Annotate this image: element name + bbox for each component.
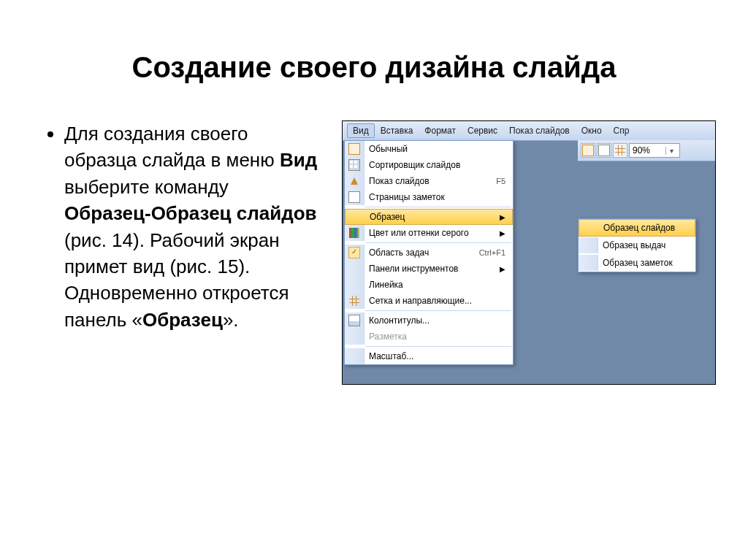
chevron-down-icon[interactable]: ▾	[665, 147, 676, 155]
dd-label: Линейка	[369, 280, 403, 290]
chevron-right-icon: ▶	[500, 229, 505, 237]
dd-zoom[interactable]: Масштаб...	[345, 348, 513, 364]
dd-notes-pages[interactable]: Страницы заметок	[345, 189, 513, 205]
separator	[365, 346, 511, 347]
separator	[365, 310, 511, 311]
dd-color-grayscale[interactable]: Цвет или оттенки серого ▶	[345, 225, 513, 241]
screenshot-powerpoint: Вид Вставка Формат Сервис Показ слайдов …	[342, 120, 716, 385]
dd-label: Колонтитулы...	[369, 315, 430, 326]
bullet-text: ».	[223, 309, 239, 331]
check-icon: ✓	[345, 245, 365, 261]
toolbar-btn-shade-icon[interactable]	[597, 143, 611, 158]
dd-label: Разметка	[369, 331, 407, 342]
slide: Создание своего дизайна слайда Для созда…	[0, 0, 748, 560]
dd-grid-guides[interactable]: Сетка и направляющие...	[345, 293, 513, 309]
bullet-text: Для создания своего образца слайда в мен…	[64, 123, 280, 171]
menu-spravka[interactable]: Спр	[608, 123, 636, 138]
submenu-obrazets: Образец слайдов Образец выдач Образец за…	[578, 218, 696, 272]
bullet-bold-panel: Образец	[142, 309, 223, 331]
dd-label: Сортировщик слайдов	[369, 160, 460, 170]
blank-icon	[579, 255, 598, 271]
dd-headers-footers[interactable]: Колонтитулы...	[345, 312, 513, 329]
blank-icon	[346, 209, 365, 225]
blank-icon	[345, 348, 365, 364]
slideshow-icon	[345, 173, 365, 189]
bullet-item: Для создания своего образца слайда в мен…	[64, 120, 320, 333]
header-footer-icon	[345, 312, 365, 329]
grid-icon	[345, 293, 365, 309]
dd-label: Масштаб...	[369, 351, 413, 361]
dd-shortcut: Ctrl+F1	[479, 248, 505, 257]
dd-label: Цвет или оттенки серого	[369, 228, 469, 238]
chevron-right-icon: ▶	[500, 265, 505, 273]
toolbar-btn-color-icon[interactable]	[581, 143, 595, 158]
dropdown-vid: Обычный Сортировщик слайдов Показ слайдо…	[344, 140, 514, 365]
bullet-bold-vid: Вид	[280, 149, 317, 171]
blank-icon	[579, 220, 599, 236]
bullet-bold-obrazets: Образец-Образец слайдов	[64, 202, 317, 224]
zoom-combo[interactable]: 90% ▾	[629, 143, 680, 158]
menu-vid[interactable]: Вид	[347, 123, 375, 138]
dd-shortcut: F5	[496, 177, 505, 185]
zoom-value: 90%	[633, 145, 650, 156]
notes-icon	[345, 189, 365, 205]
slide-title: Создание своего дизайна слайда	[44, 51, 704, 84]
dd-obrazets[interactable]: Образец ▶	[345, 209, 513, 225]
menubar: Вид Вставка Формат Сервис Показ слайдов …	[343, 121, 715, 141]
dd-ruler[interactable]: Линейка	[345, 277, 513, 293]
sub-obrazets-slaidov[interactable]: Образец слайдов	[579, 219, 695, 237]
dd-markup: Разметка	[345, 329, 513, 345]
dd-label: Страницы заметок	[369, 192, 445, 202]
blank-icon	[345, 261, 365, 277]
dd-sorter[interactable]: Сортировщик слайдов	[345, 157, 513, 173]
menu-format[interactable]: Формат	[419, 123, 462, 138]
normal-view-icon	[345, 141, 365, 157]
bullet-column: Для создания своего образца слайда в мен…	[44, 120, 320, 385]
chevron-right-icon: ▶	[500, 213, 505, 221]
dd-label: Панели инструментов	[369, 264, 458, 274]
dd-label: Образец слайдов	[603, 223, 675, 233]
menu-servis[interactable]: Сервис	[462, 123, 503, 138]
blank-icon	[345, 277, 365, 293]
dd-label: Область задач	[369, 248, 429, 258]
menu-pokaz[interactable]: Показ слайдов	[503, 123, 576, 138]
menu-okno[interactable]: Окно	[576, 123, 608, 138]
sorter-icon	[345, 157, 365, 173]
blank-icon	[579, 237, 598, 253]
dd-label: Образец выдач	[603, 240, 665, 250]
dd-slideshow[interactable]: Показ слайдов F5	[345, 173, 513, 189]
separator	[365, 242, 511, 243]
toolbar: 90% ▾	[578, 140, 715, 161]
separator	[365, 207, 511, 207]
dd-taskpane[interactable]: ✓ Область задач Ctrl+F1	[345, 245, 513, 261]
toolbar-btn-grid-icon[interactable]	[613, 143, 627, 158]
bullet-text: выберите команду	[64, 176, 229, 198]
sub-obrazets-vydach[interactable]: Образец выдач	[579, 237, 695, 254]
dd-label: Сетка и направляющие...	[369, 296, 472, 306]
color-icon	[345, 225, 365, 241]
sub-obrazets-zametok[interactable]: Образец заметок	[579, 254, 695, 272]
dd-toolbars[interactable]: Панели инструментов ▶	[345, 261, 513, 277]
blank-icon	[345, 329, 365, 345]
menu-vstavka[interactable]: Вставка	[375, 123, 419, 138]
dd-label: Образец заметок	[603, 258, 673, 268]
content-row: Для создания своего образца слайда в мен…	[44, 120, 704, 385]
dd-label: Образец	[370, 212, 405, 222]
dd-normal[interactable]: Обычный	[345, 141, 513, 157]
dd-label: Показ слайдов	[369, 176, 430, 186]
dd-label: Обычный	[369, 144, 408, 154]
